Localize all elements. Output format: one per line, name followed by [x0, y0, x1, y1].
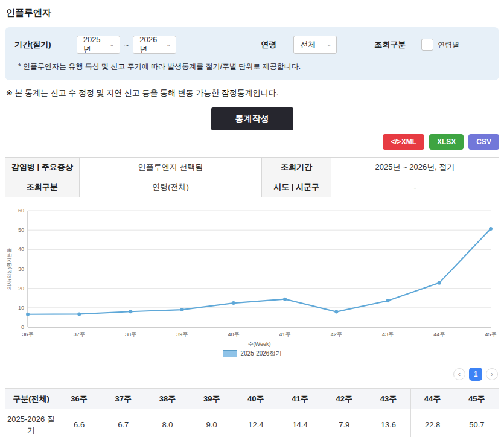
age-select[interactable]: 전체 ⌄: [293, 36, 337, 54]
y-tick-label: 20: [18, 285, 24, 292]
prev-page-button[interactable]: ‹: [453, 368, 465, 380]
chart-line: [28, 229, 491, 314]
by-age-checkbox-label: 연령별: [438, 40, 459, 50]
chart-point: [438, 281, 441, 285]
summary-view-label: 조회구분: [5, 177, 80, 197]
pagination: ‹ 1 ›: [6, 368, 498, 381]
y-axis-title: 의사(의심)환자분율: [7, 248, 12, 290]
value-cell: 14.4: [278, 409, 322, 437]
view-type-label: 조회구분: [374, 39, 406, 50]
y-tick-label: 0: [21, 324, 24, 330]
chart-point: [386, 299, 390, 302]
x-tick-label: 42주: [331, 331, 342, 337]
y-tick-label: 30: [18, 266, 24, 272]
x-tick-label: 41주: [279, 331, 291, 337]
table-header-week: 39주: [190, 389, 234, 409]
influenza-stats-page: 인플루엔자 기간(절기) 2025년 ⌄ ~ 2026년 ⌄ 연령 전체 ⌄ 조…: [0, 0, 504, 437]
x-tick-label: 37주: [74, 331, 85, 337]
value-cell: 22.8: [410, 409, 455, 437]
value-cell: 12.4: [234, 409, 278, 437]
summary-disease-value: 인플루엔자 선택됨: [79, 158, 262, 177]
chevron-down-icon: ⌄: [327, 42, 331, 48]
row-label: 2025-2026 절기: [5, 409, 57, 437]
summary-row: 조회구분 연령(전체) 시도 | 시군구 -: [5, 177, 499, 197]
by-age-checkbox-group[interactable]: 연령별: [421, 39, 459, 51]
period-start-value: 2025년: [83, 35, 106, 55]
chart-point: [129, 310, 132, 313]
filter-bar: 기간(절기) 2025년 ⌄ ~ 2026년 ⌄ 연령 전체 ⌄ 조회구분 연령…: [5, 27, 499, 80]
y-tick-label: 10: [18, 305, 24, 311]
x-tick-label: 45주: [485, 331, 496, 337]
legend-swatch: [223, 350, 237, 357]
next-page-button[interactable]: ›: [486, 368, 498, 380]
chart-point: [283, 298, 287, 301]
x-tick-label: 44주: [433, 331, 445, 337]
x-tick-label: 43주: [382, 331, 394, 337]
table-header-week: 36주: [57, 389, 101, 409]
age-value: 전체: [300, 39, 316, 50]
export-row: </>XML XLSX CSV: [5, 134, 499, 150]
x-axis-title: 주(Week): [248, 341, 271, 347]
influenza-line-chart: 010203040506036주37주38주39주40주41주42주43주44주…: [5, 205, 499, 349]
by-age-checkbox[interactable]: [421, 39, 433, 51]
table-header-week: 40주: [234, 389, 278, 409]
table-row: 2025-2026 절기6.66.78.09.012.414.47.913.62…: [5, 409, 499, 437]
chart-point: [232, 301, 235, 305]
table-header-week: 42주: [322, 389, 366, 409]
chart-point: [489, 227, 493, 231]
chevron-down-icon: ⌄: [166, 42, 171, 48]
period-end-value: 2026년: [139, 35, 162, 55]
table-header-week: 43주: [366, 389, 410, 409]
period-end-select[interactable]: 2026년 ⌄: [133, 36, 176, 54]
value-cell: 6.7: [101, 409, 145, 437]
result-table: 구분(전체)36주37주38주39주40주41주42주43주44주45주 202…: [5, 388, 499, 437]
table-header-row: 구분(전체)36주37주38주39주40주41주42주43주44주45주: [5, 389, 499, 409]
age-label: 연령: [261, 39, 276, 50]
export-xml-button[interactable]: </>XML: [383, 134, 424, 150]
table-header-week: 44주: [410, 389, 455, 409]
summary-region-value: -: [331, 177, 499, 197]
value-cell: 9.0: [190, 409, 234, 437]
table-header-group: 구분(전체): [5, 389, 57, 409]
summary-period-value: 2025년 ~ 2026년, 절기: [331, 158, 499, 177]
provisional-notice: ※ 본 통계는 신고 수 정정 및 지연 신고 등을 통해 변동 가능한 잠정통…: [6, 88, 498, 98]
page-title: 인플루엔자: [6, 7, 499, 19]
chart-point: [77, 312, 81, 316]
create-stats-button[interactable]: 통계작성: [211, 107, 293, 130]
chart-point: [26, 313, 30, 316]
summary-disease-label: 감염병 | 주요증상: [5, 158, 80, 177]
period-tilde: ~: [124, 40, 129, 49]
value-cell: 6.6: [57, 409, 101, 437]
filter-note: * 인플루엔자는 유행 특성 및 신고 주기에 따라 발생통계를 절기/주별 단…: [14, 62, 490, 72]
chart-box: 010203040506036주37주38주39주40주41주42주43주44주…: [5, 205, 499, 358]
table-header-week: 38주: [145, 389, 190, 409]
export-csv-button[interactable]: CSV: [468, 134, 499, 150]
chart-legend: 2025-2026절기: [5, 349, 499, 358]
chart-point: [334, 310, 338, 314]
summary-row: 감염병 | 주요증상 인플루엔자 선택됨 조회기간 2025년 ~ 2026년,…: [5, 158, 499, 177]
value-cell: 50.7: [455, 409, 499, 437]
period-start-select[interactable]: 2025년 ⌄: [77, 36, 120, 54]
filter-row: 기간(절기) 2025년 ⌄ ~ 2026년 ⌄ 연령 전체 ⌄ 조회구분 연령…: [14, 36, 490, 54]
period-label: 기간(절기): [14, 39, 51, 50]
x-tick-label: 38주: [125, 331, 136, 337]
y-tick-label: 60: [18, 208, 24, 214]
table-header-week: 41주: [278, 389, 322, 409]
table-header-week: 45주: [455, 389, 499, 409]
value-cell: 7.9: [322, 409, 366, 437]
current-page-button[interactable]: 1: [469, 368, 482, 381]
chevron-down-icon: ⌄: [109, 42, 114, 48]
legend-label: 2025-2026절기: [241, 349, 282, 358]
summary-view-value: 연령(전체): [79, 177, 262, 197]
summary-table: 감염병 | 주요증상 인플루엔자 선택됨 조회기간 2025년 ~ 2026년,…: [5, 157, 499, 197]
create-stats-wrap: 통계작성: [5, 107, 499, 130]
summary-region-label: 시도 | 시군구: [262, 177, 331, 197]
summary-period-label: 조회기간: [262, 158, 331, 177]
y-tick-label: 40: [18, 246, 24, 252]
table-header-week: 37주: [101, 389, 145, 409]
export-xlsx-button[interactable]: XLSX: [429, 134, 464, 150]
x-tick-label: 36주: [22, 331, 33, 337]
value-cell: 8.0: [145, 409, 190, 437]
chart-point: [180, 308, 184, 311]
x-tick-label: 39주: [176, 331, 188, 337]
